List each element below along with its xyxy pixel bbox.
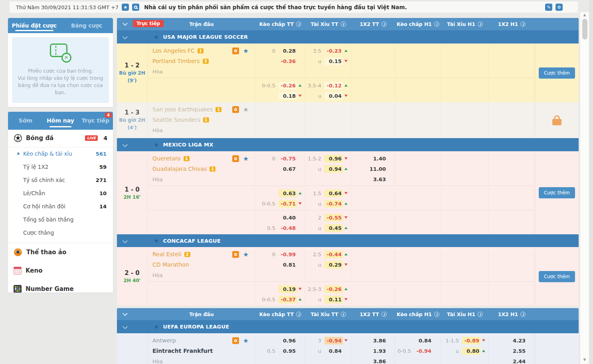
odds-value[interactable]: 0.64 (324, 190, 343, 197)
info-icon[interactable]: i (296, 312, 301, 317)
odds-value[interactable]: -0.23 (324, 47, 343, 55)
tab-early[interactable]: Sớm (8, 112, 43, 130)
live-stream-icon[interactable] (232, 47, 239, 54)
odds-value[interactable]: 0.80 (462, 347, 480, 355)
odds-value[interactable]: 0.11 (324, 296, 343, 303)
odds-value[interactable]: -0.75 (279, 155, 297, 162)
odds-value[interactable]: 0.18 (279, 92, 297, 100)
odds-value[interactable]: 0.67 (279, 165, 297, 173)
info-icon[interactable]: i (478, 312, 483, 317)
info-icon[interactable]: i (434, 22, 439, 27)
info-icon[interactable]: i (341, 22, 346, 27)
odds-value[interactable]: 0.40 (279, 214, 297, 222)
live-stream-icon[interactable] (232, 337, 239, 344)
chevron-down-icon[interactable] (123, 34, 128, 40)
odds-value[interactable]: 0.19 (279, 285, 297, 293)
chevron-down-icon[interactable] (123, 311, 128, 316)
odds-value[interactable]: -0.26 (324, 285, 343, 293)
chevron-down-icon[interactable] (123, 238, 128, 243)
odds-value[interactable]: 0.84 (414, 337, 433, 344)
tab-bet-slip[interactable]: Phiếu đặt cược (8, 18, 61, 33)
odds-value[interactable]: -0.12 (324, 82, 343, 89)
search-icon[interactable] (132, 4, 139, 11)
sidebar-item-odd-even[interactable]: Lẻ/Chẵn 10 (8, 187, 113, 200)
info-icon[interactable]: i (434, 312, 439, 317)
odds-value[interactable]: 1.40 (351, 153, 395, 164)
info-icon[interactable]: i (520, 312, 526, 317)
odds-value[interactable]: 0.94 (324, 165, 343, 173)
odds-value[interactable]: 2.44 (489, 356, 534, 364)
odds-value[interactable]: 3.63 (351, 174, 395, 184)
odds-value[interactable]: -0.37 (279, 296, 297, 303)
more-bets-button[interactable]: Cược thêm (539, 271, 575, 282)
odds-value[interactable]: -0.94 (414, 347, 433, 355)
odds-value[interactable]: 0.04 (324, 92, 343, 100)
sidebar-item-football[interactable]: Bóng đá LIVE 4 (8, 130, 113, 147)
sidebar-item-double-chance[interactable]: Cơ hội nhân đôi 14 (8, 200, 113, 213)
tab-today[interactable]: Hôm nay (43, 112, 78, 130)
league-star-icon[interactable]: ★ (154, 34, 159, 41)
odds-value[interactable]: 4.23 (489, 335, 534, 346)
odds-value[interactable]: 1.93 (351, 346, 395, 356)
odds-value[interactable]: -0.99 (279, 251, 297, 258)
odds-value[interactable]: 0.28 (279, 47, 297, 55)
odds-value[interactable]: 0.29 (324, 261, 343, 269)
odds-value[interactable]: 0.63 (279, 190, 297, 197)
odds-value[interactable]: 3.86 (351, 335, 395, 346)
live-stream-icon[interactable] (232, 155, 239, 162)
odds-value[interactable]: -0.44 (324, 251, 343, 258)
gear-icon[interactable]: ⚙ (555, 4, 563, 11)
edit-icon[interactable]: ✎ (545, 4, 552, 11)
favorite-star-icon[interactable]: ★ (243, 251, 249, 258)
odds-value[interactable]: -0.55 (324, 214, 343, 222)
info-icon[interactable]: i (341, 312, 346, 317)
favorite-star-icon[interactable]: ★ (243, 337, 249, 344)
info-icon[interactable]: i (381, 22, 387, 27)
odds-value[interactable]: 11.00 (351, 164, 395, 174)
chevron-down-icon[interactable] (123, 324, 128, 329)
odds-value[interactable]: 3.86 (351, 356, 395, 364)
info-icon[interactable]: i (381, 312, 387, 317)
scroll-down-icon[interactable]: ▼ (583, 357, 586, 362)
info-icon[interactable]: i (296, 22, 301, 27)
sidebar-item-1x2[interactable]: Tỷ lệ 1X2 59 (8, 160, 113, 174)
sidebar-item-correct-score[interactable]: Tỷ số chính xác 271 (8, 174, 113, 187)
live-stream-icon[interactable] (232, 106, 239, 113)
scroll-thumb[interactable] (582, 19, 587, 40)
sidebar-item-outright[interactable]: Cược thắng (8, 226, 113, 239)
odds-value[interactable]: 0.96 (279, 337, 297, 344)
odds-value[interactable]: 0.81 (279, 261, 297, 269)
favorite-star-icon[interactable]: ★ (243, 47, 249, 55)
vertical-scrollbar[interactable]: ▲ ▼ (580, 12, 589, 364)
info-icon[interactable]: i (520, 22, 526, 27)
favorite-star-icon[interactable]: ★ (243, 106, 249, 113)
chevron-down-icon[interactable] (123, 21, 128, 26)
odds-value[interactable]: -0.89 (462, 337, 480, 344)
league-star-icon[interactable]: ★ (154, 237, 159, 244)
odds-value[interactable]: -0.94 (324, 337, 343, 344)
more-bets-button[interactable]: Cược thêm (539, 67, 575, 79)
league-star-icon[interactable]: ★ (154, 141, 159, 148)
odds-value[interactable]: -0.74 (324, 200, 343, 208)
more-bets-button[interactable]: Cược thêm (539, 187, 575, 198)
league-star-icon[interactable]: ★ (154, 323, 159, 330)
tab-bet-board[interactable]: Bảng cược (61, 18, 113, 33)
odds-value[interactable]: -0.71 (279, 200, 297, 208)
sidebar-item-number-game[interactable]: Number Game (8, 280, 113, 293)
chevron-down-icon[interactable] (123, 142, 128, 147)
sidebar-item-handicap-ou[interactable]: Kèo chấp & tài xỉu 561 (8, 147, 113, 160)
favorite-star-icon[interactable]: ★ (243, 155, 249, 162)
info-icon[interactable]: i (478, 22, 483, 27)
sidebar-item-keno[interactable]: Keno (8, 261, 113, 280)
sidebar-item-total-goals[interactable]: Tổng số bàn thắng (8, 213, 113, 226)
odds-value[interactable]: 2.55 (489, 346, 534, 356)
odds-value[interactable]: 0.96 (324, 155, 343, 162)
odds-value[interactable]: 0.45 (324, 224, 343, 232)
odds-value[interactable]: -0.36 (279, 57, 297, 65)
live-stream-icon[interactable] (232, 251, 239, 258)
odds-value[interactable]: -0.26 (279, 82, 297, 89)
star-icon[interactable]: ★ (122, 4, 129, 11)
odds-value[interactable]: 0.15 (324, 57, 343, 65)
scroll-up-icon[interactable]: ▲ (583, 12, 586, 18)
odds-value[interactable]: -0.48 (279, 224, 297, 232)
